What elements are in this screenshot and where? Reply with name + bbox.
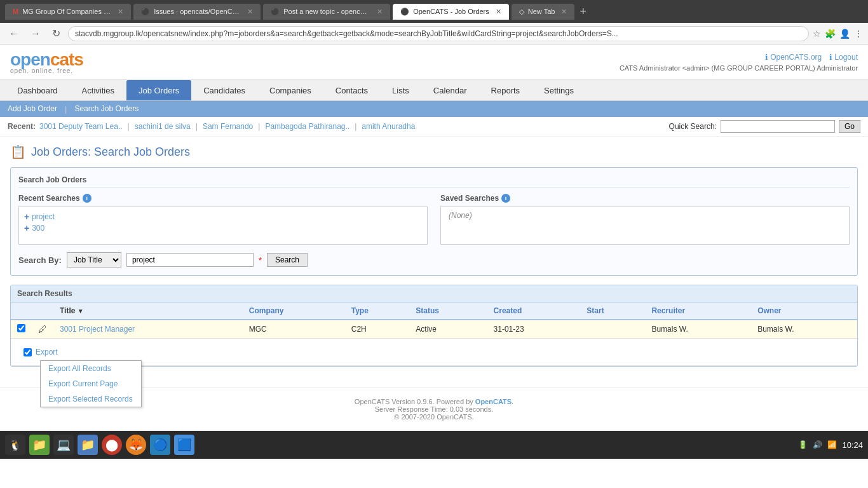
saved-searches-info-icon[interactable]: i <box>501 194 510 203</box>
bookmark-icon[interactable]: ☆ <box>813 29 821 39</box>
recent-item-1[interactable]: sachini1 de silva <box>135 122 191 131</box>
col-title[interactable]: Title ▼ <box>53 302 243 320</box>
row-checkbox[interactable] <box>17 324 25 332</box>
tab-reports[interactable]: Reports <box>479 80 532 100</box>
quick-search-area: Quick Search: Go <box>669 120 860 133</box>
taskbar-time: 10:24 <box>842 440 863 450</box>
col-checkbox <box>11 302 32 320</box>
col-status[interactable]: Status <box>409 302 487 320</box>
tab3-close[interactable]: ✕ <box>377 8 383 16</box>
tab-companies[interactable]: Companies <box>257 80 323 100</box>
tab3-favicon: ⚫ <box>271 8 280 16</box>
tab-calendar[interactable]: Calendar <box>421 80 479 100</box>
recent-item-3[interactable]: Pambagoda Pathiranag.. <box>265 122 349 131</box>
tab-candidates[interactable]: Candidates <box>191 80 257 100</box>
col-company[interactable]: Company <box>243 302 345 320</box>
back-button[interactable]: ← <box>5 27 23 41</box>
recent-searches-info-icon[interactable]: i <box>83 194 92 203</box>
tab5-label: New Tab <box>528 8 555 15</box>
recent-search-plus-0: + <box>24 212 29 222</box>
tab-contacts[interactable]: Contacts <box>323 80 380 100</box>
row-recruiter-cell: Bumals W. <box>645 320 751 339</box>
recent-item-0[interactable]: 3001 Deputy Team Lea.. <box>39 122 123 131</box>
export-checkbox[interactable] <box>24 348 32 356</box>
export-selected-records[interactable]: Export Selected Records <box>41 391 141 407</box>
browser-tab-5[interactable]: ◇ New Tab ✕ <box>512 4 575 20</box>
taskbar-app-3[interactable]: 📁 <box>78 435 98 455</box>
recent-search-plus-1: + <box>24 223 29 233</box>
taskbar-app-4[interactable]: ⬤ <box>102 435 122 455</box>
export-row: Export Export All Records Export Current… <box>11 339 857 366</box>
page-content: 📋 Job Orders: Search Job Orders Search J… <box>0 137 868 374</box>
extensions-icon[interactable]: 🧩 <box>825 29 836 39</box>
tab-activities[interactable]: Activities <box>70 80 126 100</box>
tab5-close[interactable]: ✕ <box>561 8 567 16</box>
recent-item-2[interactable]: Sam Fernando <box>203 122 253 131</box>
profile-icon[interactable]: 👤 <box>839 29 850 39</box>
footer-brand-link[interactable]: OpenCATS <box>475 398 512 405</box>
taskbar-battery-icon: 🔋 <box>798 440 808 449</box>
taskbar-app-0[interactable]: 🐧 <box>5 435 25 455</box>
logout-icon: ℹ <box>829 53 832 62</box>
taskbar-volume-icon: 🔊 <box>813 440 822 449</box>
recent-search-item-1[interactable]: + 300 <box>24 222 422 234</box>
taskbar-app-6[interactable]: 🔵 <box>150 435 170 455</box>
taskbar-app-1[interactable]: 📁 <box>29 435 50 455</box>
export-link[interactable]: Export <box>36 348 58 356</box>
browser-tab-4[interactable]: ⚫ OpenCATS - Job Orders ✕ <box>393 4 509 20</box>
browser-tab-1[interactable]: M MG Group Of Companies M... ✕ <box>5 4 131 20</box>
url-bar[interactable]: stacvdb.mggroup.lk/opencatsnew/index.php… <box>68 26 809 41</box>
tab4-close[interactable]: ✕ <box>496 8 501 16</box>
export-row-inner: Export <box>24 348 844 356</box>
new-tab-button[interactable]: + <box>580 5 587 18</box>
col-owner[interactable]: Owner <box>751 302 857 320</box>
job-title-link[interactable]: 3001 Project Manager <box>60 325 135 334</box>
tab4-label: OpenCATS - Job Orders <box>413 8 489 15</box>
col-type[interactable]: Type <box>345 302 410 320</box>
search-by-input[interactable] <box>126 253 254 267</box>
forward-button[interactable]: → <box>27 27 44 41</box>
browser-tab-2[interactable]: ⚫ Issues · opencats/OpenCAT... ✕ <box>133 4 261 20</box>
col-start[interactable]: Start <box>580 302 645 320</box>
export-all-records[interactable]: Export All Records <box>41 361 141 376</box>
results-table-header-row: Title ▼ Company Type Status Created Star… <box>11 302 857 320</box>
tab-dashboard[interactable]: Dashboard <box>5 80 70 100</box>
tab5-favicon: ◇ <box>519 8 524 16</box>
recent-search-item-0[interactable]: + project <box>24 211 422 222</box>
col-created[interactable]: Created <box>487 302 581 320</box>
add-job-order-link[interactable]: Add Job Order <box>8 104 57 114</box>
taskbar-app-2[interactable]: 💻 <box>53 435 74 455</box>
tab-job-orders[interactable]: Job Orders <box>126 80 191 100</box>
recent-search-label-0: project <box>32 212 55 221</box>
tab1-label: MG Group Of Companies M... <box>22 8 111 15</box>
row-start-cell <box>580 320 645 339</box>
recent-search-label-1: 300 <box>32 224 44 233</box>
export-current-page[interactable]: Export Current Page <box>41 376 141 391</box>
tab1-close[interactable]: ✕ <box>118 8 123 16</box>
sub-nav: Add Job Order | Search Job Orders <box>0 101 868 117</box>
search-button[interactable]: Search <box>267 253 308 267</box>
opencats-org-link[interactable]: ℹ OpenCATS.org <box>765 53 822 62</box>
tab-settings[interactable]: Settings <box>532 80 586 100</box>
reload-button[interactable]: ↻ <box>48 26 64 41</box>
col-recruiter[interactable]: Recruiter <box>645 302 751 320</box>
taskbar-app-5[interactable]: 🦊 <box>126 435 146 455</box>
page-title-row: 📋 Job Orders: Search Job Orders <box>10 144 858 159</box>
quick-search-input[interactable] <box>721 120 835 133</box>
tab-lists[interactable]: Lists <box>380 80 421 100</box>
results-section: Search Results Title ▼ Company Type Stat… <box>10 285 858 367</box>
search-job-orders-link[interactable]: Search Job Orders <box>74 104 139 114</box>
taskbar-app-7[interactable]: 🟦 <box>174 435 194 455</box>
menu-icon[interactable]: ⋮ <box>854 29 863 39</box>
go-button[interactable]: Go <box>839 120 860 133</box>
row-edit-icon[interactable]: 🖊 <box>38 324 47 334</box>
logout-link[interactable]: ℹ Logout <box>829 53 858 62</box>
table-row: 🖊 3001 Project Manager MGC C2H Active 31… <box>11 320 857 339</box>
browser-tab-3[interactable]: ⚫ Post a new topic - opencats... ✕ <box>263 4 390 20</box>
search-by-select[interactable]: Job Title Company Status Type Recruiter … <box>67 252 121 268</box>
saved-searches-none: (None) <box>446 208 475 222</box>
taskbar-right: 🔋 🔊 📶 10:24 <box>798 440 863 450</box>
tab1-favicon: M <box>13 8 18 15</box>
recent-item-4[interactable]: amith Anuradha <box>362 122 415 131</box>
tab2-close[interactable]: ✕ <box>247 8 253 16</box>
